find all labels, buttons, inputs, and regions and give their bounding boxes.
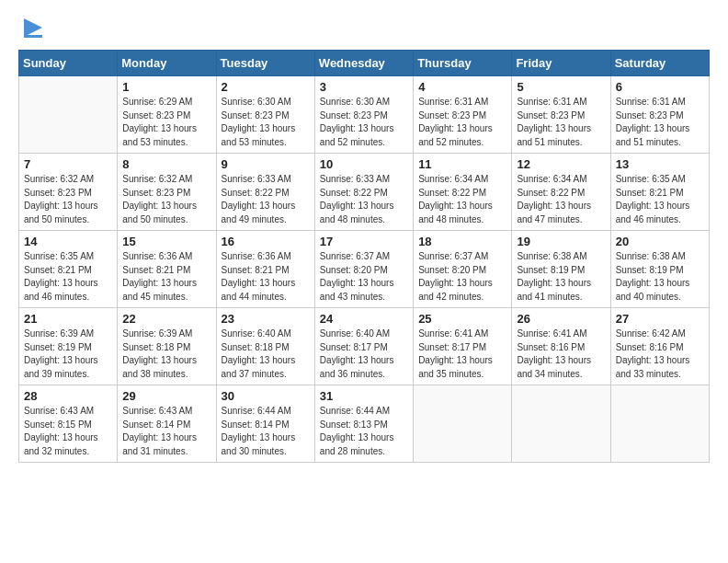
day-number: 3: [320, 80, 408, 94]
calendar-cell: 15Sunrise: 6:36 AM Sunset: 8:21 PM Dayli…: [118, 231, 216, 308]
day-number: 17: [320, 235, 408, 248]
day-number: 8: [122, 157, 210, 171]
calendar-cell: 18Sunrise: 6:37 AM Sunset: 8:20 PM Dayli…: [414, 231, 512, 308]
calendar-cell: 23Sunrise: 6:40 AM Sunset: 8:18 PM Dayli…: [216, 308, 314, 385]
day-info: Sunrise: 6:32 AM Sunset: 8:23 PM Dayligh…: [122, 173, 210, 226]
day-info: Sunrise: 6:42 AM Sunset: 8:16 PM Dayligh…: [616, 327, 704, 381]
calendar-cell: 8Sunrise: 6:32 AM Sunset: 8:23 PM Daylig…: [118, 154, 216, 231]
day-number: 10: [320, 157, 408, 171]
calendar-cell: 3Sunrise: 6:30 AM Sunset: 8:23 PM Daylig…: [314, 76, 413, 154]
day-info: Sunrise: 6:39 AM Sunset: 8:18 PM Dayligh…: [122, 327, 210, 381]
day-info: Sunrise: 6:33 AM Sunset: 8:22 PM Dayligh…: [222, 173, 310, 226]
day-info: Sunrise: 6:31 AM Sunset: 8:23 PM Dayligh…: [418, 96, 506, 149]
day-number: 23: [222, 312, 310, 326]
day-number: 7: [24, 157, 112, 171]
day-info: Sunrise: 6:36 AM Sunset: 8:21 PM Dayligh…: [122, 250, 210, 304]
day-info: Sunrise: 6:38 AM Sunset: 8:19 PM Dayligh…: [616, 250, 704, 304]
day-info: Sunrise: 6:31 AM Sunset: 8:23 PM Dayligh…: [616, 96, 704, 149]
calendar-cell: 24Sunrise: 6:40 AM Sunset: 8:17 PM Dayli…: [314, 308, 413, 385]
day-number: 14: [24, 235, 112, 248]
day-number: 22: [122, 312, 210, 326]
calendar-cell: 25Sunrise: 6:41 AM Sunset: 8:17 PM Dayli…: [414, 308, 512, 385]
day-info: Sunrise: 6:39 AM Sunset: 8:19 PM Dayligh…: [24, 327, 112, 381]
day-number: 11: [418, 157, 506, 171]
calendar-cell: 2Sunrise: 6:30 AM Sunset: 8:23 PM Daylig…: [216, 76, 314, 154]
day-number: 18: [418, 235, 506, 248]
calendar-cell: 19Sunrise: 6:38 AM Sunset: 8:19 PM Dayli…: [512, 231, 610, 308]
calendar-cell: [414, 385, 512, 463]
svg-rect-1: [24, 35, 42, 38]
calendar-cell: 17Sunrise: 6:37 AM Sunset: 8:20 PM Dayli…: [314, 231, 413, 308]
calendar-cell: 21Sunrise: 6:39 AM Sunset: 8:19 PM Dayli…: [19, 308, 118, 385]
calendar-cell: 13Sunrise: 6:35 AM Sunset: 8:21 PM Dayli…: [610, 154, 709, 231]
day-info: Sunrise: 6:30 AM Sunset: 8:23 PM Dayligh…: [320, 96, 408, 149]
weekday-header-monday: Monday: [118, 51, 216, 76]
day-number: 2: [222, 80, 310, 94]
calendar-table: SundayMondayTuesdayWednesdayThursdayFrid…: [18, 50, 710, 463]
calendar-cell: 11Sunrise: 6:34 AM Sunset: 8:22 PM Dayli…: [414, 154, 512, 231]
calendar-cell: [512, 385, 610, 463]
day-number: 31: [320, 389, 408, 403]
logo: [18, 18, 46, 40]
day-number: 19: [517, 235, 605, 248]
calendar-cell: 9Sunrise: 6:33 AM Sunset: 8:22 PM Daylig…: [216, 154, 314, 231]
day-number: 29: [122, 389, 210, 403]
day-info: Sunrise: 6:43 AM Sunset: 8:15 PM Dayligh…: [24, 405, 112, 458]
day-info: Sunrise: 6:33 AM Sunset: 8:22 PM Dayligh…: [320, 173, 408, 226]
day-number: 1: [122, 80, 210, 94]
calendar-cell: 4Sunrise: 6:31 AM Sunset: 8:23 PM Daylig…: [414, 76, 512, 154]
calendar-cell: 5Sunrise: 6:31 AM Sunset: 8:23 PM Daylig…: [512, 76, 610, 154]
day-info: Sunrise: 6:44 AM Sunset: 8:13 PM Dayligh…: [320, 405, 408, 458]
weekday-header-wednesday: Wednesday: [314, 51, 413, 76]
day-info: Sunrise: 6:38 AM Sunset: 8:19 PM Dayligh…: [517, 250, 605, 304]
calendar-cell: 7Sunrise: 6:32 AM Sunset: 8:23 PM Daylig…: [19, 154, 118, 231]
day-number: 24: [320, 312, 408, 326]
day-info: Sunrise: 6:35 AM Sunset: 8:21 PM Dayligh…: [616, 173, 704, 226]
calendar-cell: 29Sunrise: 6:43 AM Sunset: 8:14 PM Dayli…: [118, 385, 216, 463]
day-info: Sunrise: 6:41 AM Sunset: 8:16 PM Dayligh…: [517, 327, 605, 381]
calendar-cell: 10Sunrise: 6:33 AM Sunset: 8:22 PM Dayli…: [314, 154, 413, 231]
day-number: 12: [517, 157, 605, 171]
calendar-cell: 27Sunrise: 6:42 AM Sunset: 8:16 PM Dayli…: [610, 308, 709, 385]
day-number: 28: [24, 389, 112, 403]
calendar-cell: 6Sunrise: 6:31 AM Sunset: 8:23 PM Daylig…: [610, 76, 709, 154]
calendar-cell: [610, 385, 709, 463]
calendar-cell: 14Sunrise: 6:35 AM Sunset: 8:21 PM Dayli…: [19, 231, 118, 308]
day-number: 5: [517, 80, 605, 94]
day-number: 16: [222, 235, 310, 248]
day-number: 13: [616, 157, 704, 171]
day-info: Sunrise: 6:44 AM Sunset: 8:14 PM Dayligh…: [222, 405, 310, 458]
day-info: Sunrise: 6:43 AM Sunset: 8:14 PM Dayligh…: [122, 405, 210, 458]
calendar-cell: 16Sunrise: 6:36 AM Sunset: 8:21 PM Dayli…: [216, 231, 314, 308]
calendar-cell: [19, 76, 118, 154]
day-info: Sunrise: 6:31 AM Sunset: 8:23 PM Dayligh…: [517, 96, 605, 149]
calendar-cell: 20Sunrise: 6:38 AM Sunset: 8:19 PM Dayli…: [610, 231, 709, 308]
day-info: Sunrise: 6:40 AM Sunset: 8:18 PM Dayligh…: [222, 327, 310, 381]
calendar-week-5: 28Sunrise: 6:43 AM Sunset: 8:15 PM Dayli…: [19, 385, 710, 463]
logo-arrow-icon: [20, 15, 46, 40]
calendar-cell: 26Sunrise: 6:41 AM Sunset: 8:16 PM Dayli…: [512, 308, 610, 385]
calendar-cell: 1Sunrise: 6:29 AM Sunset: 8:23 PM Daylig…: [118, 76, 216, 154]
day-number: 9: [222, 157, 310, 171]
day-info: Sunrise: 6:29 AM Sunset: 8:23 PM Dayligh…: [122, 96, 210, 149]
day-info: Sunrise: 6:35 AM Sunset: 8:21 PM Dayligh…: [24, 250, 112, 304]
day-number: 21: [24, 312, 112, 326]
calendar-week-2: 7Sunrise: 6:32 AM Sunset: 8:23 PM Daylig…: [19, 154, 710, 231]
day-number: 30: [222, 389, 310, 403]
weekday-header-thursday: Thursday: [414, 51, 512, 76]
day-number: 26: [517, 312, 605, 326]
day-info: Sunrise: 6:41 AM Sunset: 8:17 PM Dayligh…: [418, 327, 506, 381]
day-info: Sunrise: 6:40 AM Sunset: 8:17 PM Dayligh…: [320, 327, 408, 381]
calendar-cell: 12Sunrise: 6:34 AM Sunset: 8:22 PM Dayli…: [512, 154, 610, 231]
calendar-week-4: 21Sunrise: 6:39 AM Sunset: 8:19 PM Dayli…: [19, 308, 710, 385]
day-number: 6: [616, 80, 704, 94]
calendar-week-3: 14Sunrise: 6:35 AM Sunset: 8:21 PM Dayli…: [19, 231, 710, 308]
weekday-header-sunday: Sunday: [19, 51, 118, 76]
calendar-cell: 22Sunrise: 6:39 AM Sunset: 8:18 PM Dayli…: [118, 308, 216, 385]
day-info: Sunrise: 6:37 AM Sunset: 8:20 PM Dayligh…: [320, 250, 408, 304]
day-info: Sunrise: 6:36 AM Sunset: 8:21 PM Dayligh…: [222, 250, 310, 304]
calendar-cell: 31Sunrise: 6:44 AM Sunset: 8:13 PM Dayli…: [314, 385, 413, 463]
calendar-header-row: SundayMondayTuesdayWednesdayThursdayFrid…: [19, 51, 710, 76]
day-info: Sunrise: 6:34 AM Sunset: 8:22 PM Dayligh…: [517, 173, 605, 226]
calendar-cell: 30Sunrise: 6:44 AM Sunset: 8:14 PM Dayli…: [216, 385, 314, 463]
